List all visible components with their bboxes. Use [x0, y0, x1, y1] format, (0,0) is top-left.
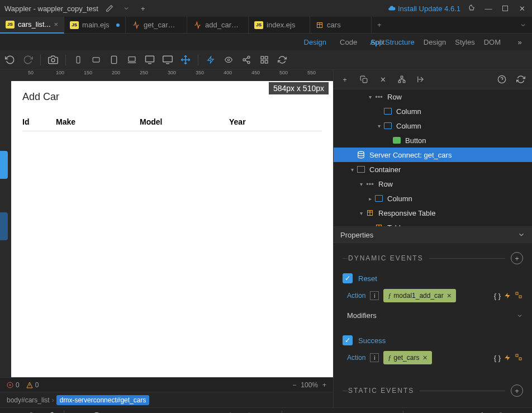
svg-rect-52 — [519, 296, 521, 298]
camera-icon[interactable] — [48, 54, 59, 65]
crumb-body[interactable]: body#cars_list — [7, 396, 50, 404]
restart-icon[interactable] — [26, 411, 37, 414]
errors-count[interactable]: 0 — [7, 381, 20, 389]
device-desktop-xl-icon[interactable] — [162, 54, 173, 65]
warnings-count[interactable]: 0 — [26, 381, 39, 389]
lightning-icon[interactable] — [504, 354, 511, 362]
sitemap-icon[interactable] — [396, 74, 407, 85]
tree-row[interactable]: ▾Responsive Table — [334, 206, 532, 220]
share-icon[interactable] — [241, 54, 252, 65]
code-braces-icon[interactable]: { } — [494, 292, 501, 300]
minimize-icon[interactable]: — — [483, 3, 494, 14]
tree-row[interactable]: ▾Table — [334, 220, 532, 226]
zoom-out-button[interactable]: − — [292, 381, 296, 389]
device-tablet-icon[interactable] — [108, 54, 120, 65]
crumb-current[interactable]: dmx-serverconnect#get_cars — [56, 395, 150, 405]
tree-row[interactable]: Column — [334, 104, 532, 118]
device-mobile-wide-icon[interactable] — [91, 54, 102, 65]
action-pill[interactable]: ƒ modal1_add_car × — [383, 289, 456, 302]
rail-tab-1[interactable] — [0, 151, 8, 179]
properties-header[interactable]: Properties — [334, 226, 532, 243]
tab-index-ejs[interactable]: JS index.ejs — [249, 17, 310, 34]
svg-rect-5 — [77, 56, 80, 63]
design-canvas[interactable]: 584px x 510px Add Car Id Make Model Year — [11, 81, 333, 377]
tab-close-icon[interactable]: × — [54, 20, 59, 29]
qr-icon[interactable] — [259, 54, 270, 65]
event-enabled-checkbox[interactable]: ✓ — [343, 335, 353, 345]
thumbs-up-icon[interactable] — [244, 411, 255, 414]
panel-tab-app-structure[interactable]: App Structure — [370, 38, 415, 46]
col-make: Make — [56, 117, 140, 126]
flow-icon[interactable] — [514, 354, 523, 362]
tab-add-car[interactable]: add_car… — [187, 17, 249, 34]
eye-icon[interactable] — [223, 54, 234, 65]
add-tab-button[interactable]: + — [372, 21, 387, 29]
panel-more-icon[interactable]: » — [514, 36, 525, 48]
tab-main-ejs[interactable]: JS main.ejs — [64, 17, 126, 34]
move-icon[interactable] — [180, 54, 191, 65]
device-mobile-icon[interactable] — [73, 54, 84, 65]
tree-row[interactable]: ▾•••Row — [334, 89, 532, 104]
redo-icon[interactable] — [22, 54, 34, 65]
link-icon[interactable] — [45, 411, 56, 414]
svg-marker-53 — [505, 355, 510, 360]
export-icon[interactable] — [415, 74, 426, 85]
close-icon[interactable]: ✕ — [516, 3, 528, 14]
tree-row[interactable]: Server Connect: get_cars — [334, 148, 532, 162]
theme-icon[interactable] — [466, 3, 477, 14]
view-tab-design[interactable]: Design — [297, 34, 333, 50]
check-circle-icon[interactable] — [91, 411, 102, 414]
pill-remove-icon[interactable]: × — [422, 353, 427, 362]
tab-cars-db[interactable]: cars — [310, 17, 372, 34]
add-event-button[interactable]: + — [511, 252, 523, 264]
panel-tab-design[interactable]: Design — [424, 38, 446, 46]
maximize-icon[interactable] — [500, 3, 511, 14]
tree-row[interactable]: Button — [334, 133, 532, 148]
copy-icon[interactable] — [358, 74, 369, 85]
tabs-overflow-icon[interactable] — [514, 22, 532, 29]
lightning-icon[interactable] — [205, 54, 216, 65]
flow-icon[interactable] — [514, 292, 523, 300]
close-terminal-icon[interactable]: ✕ — [384, 411, 395, 414]
tree-row[interactable]: ▾Column — [334, 118, 532, 133]
chevron-up-icon[interactable] — [514, 411, 525, 414]
view-tab-code[interactable]: Code — [333, 34, 364, 50]
help-icon[interactable] — [496, 74, 507, 85]
event-enabled-checkbox[interactable]: ✓ — [343, 273, 353, 283]
device-laptop-icon[interactable] — [126, 54, 137, 65]
reload-icon[interactable] — [515, 74, 526, 85]
play-icon[interactable] — [7, 411, 18, 414]
delete-icon[interactable]: ✕ — [377, 74, 388, 85]
tree-row[interactable]: ▸Column — [334, 191, 532, 206]
tree-row[interactable]: ▾•••Row — [334, 177, 532, 191]
lightning-icon[interactable] — [504, 292, 511, 300]
device-desktop-icon[interactable] — [144, 54, 155, 65]
install-update-link[interactable]: Install Update 4.6.1 — [388, 4, 460, 13]
sparkle-icon[interactable] — [225, 411, 236, 414]
chevron-down-icon[interactable] — [121, 3, 132, 14]
action-pill[interactable]: ƒ get_cars × — [383, 351, 431, 364]
info-icon[interactable]: i — [370, 353, 379, 362]
panel-tab-dom[interactable]: DOM — [484, 38, 501, 46]
panel-tab-styles[interactable]: Styles — [455, 38, 474, 46]
undo-icon[interactable] — [4, 54, 16, 65]
bug-icon[interactable] — [495, 411, 506, 414]
add-static-event-button[interactable]: + — [511, 384, 523, 397]
tree-row[interactable]: ▾Container — [334, 162, 532, 177]
tab-get-car[interactable]: get_car… — [126, 17, 187, 34]
code-braces-icon[interactable]: { } — [494, 354, 501, 362]
refresh-icon[interactable] — [277, 54, 288, 65]
zoom-in-button[interactable]: + — [322, 381, 326, 389]
brush-icon[interactable] — [72, 411, 83, 414]
pill-remove-icon[interactable]: × — [447, 291, 452, 300]
brush2-icon[interactable] — [263, 411, 274, 414]
info-icon[interactable]: i — [370, 291, 379, 300]
chevron-down-icon[interactable] — [516, 312, 523, 319]
tab-cars-list[interactable]: JS cars_list... × — [0, 17, 64, 34]
plus-icon[interactable]: + — [137, 3, 149, 14]
edit-icon[interactable] — [104, 3, 115, 14]
zap-icon[interactable] — [476, 411, 487, 414]
add-node-icon[interactable]: + — [339, 74, 350, 85]
svg-point-20 — [248, 61, 250, 64]
rail-tab-2[interactable] — [0, 212, 8, 240]
